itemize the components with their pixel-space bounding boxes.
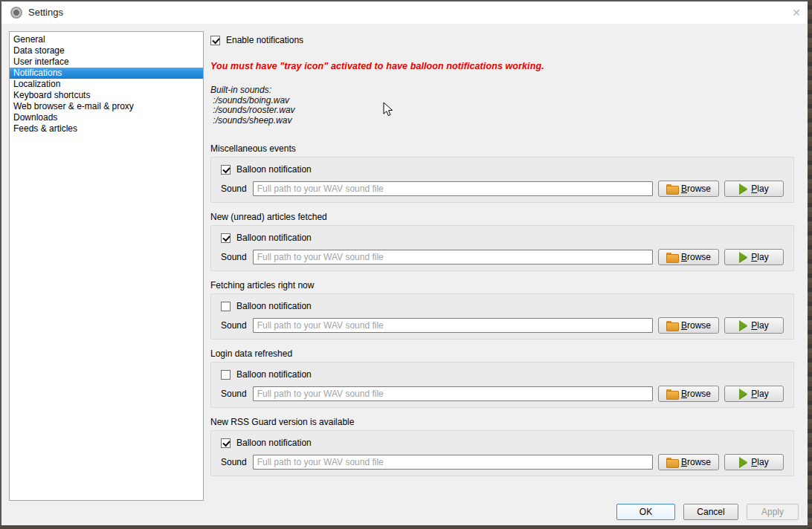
play-button-label: Play [751, 389, 768, 399]
section-miscellaneous-events: Miscellaneous events Balloon notificatio… [210, 143, 794, 203]
notifications-panel: Enable notifications You must have "tray… [210, 31, 794, 485]
browse-button-label: Browse [681, 184, 711, 194]
ok-button[interactable]: OK [616, 504, 675, 520]
play-button-label: Play [751, 457, 768, 467]
sidebar-item-web-browser[interactable]: Web browser & e-mail & proxy [10, 101, 203, 112]
sidebar-item-data-storage[interactable]: Data storage [10, 45, 203, 56]
sidebar-item-general[interactable]: General [10, 34, 203, 45]
play-button[interactable]: Play [724, 454, 784, 470]
folder-icon [666, 321, 677, 330]
folder-icon [666, 184, 677, 193]
window-title: Settings [28, 7, 63, 18]
section-title: New RSS Guard version is available [210, 417, 794, 427]
balloon-notification-label: Balloon notification [236, 164, 312, 175]
section-title: Login data refreshed [210, 348, 794, 359]
settings-gear-icon [10, 7, 22, 19]
sidebar-item-keyboard-shortcuts[interactable]: Keyboard shortcuts [10, 90, 203, 101]
balloon-notification-checkbox[interactable] [221, 370, 231, 380]
browse-button[interactable]: Browse [658, 181, 719, 197]
balloon-notification-label: Balloon notification [236, 369, 312, 380]
builtin-sounds-heading: Built-in sounds: [210, 85, 794, 96]
balloon-notification-checkbox[interactable] [221, 438, 231, 448]
folder-icon [666, 389, 677, 398]
sound-path-input[interactable] [253, 250, 653, 264]
mouse-cursor-icon [383, 102, 393, 117]
sidebar-item-localization[interactable]: Localization [10, 79, 203, 90]
settings-dialog: Settings ✕ General Data storage User int… [0, 0, 808, 525]
folder-icon [666, 253, 677, 262]
sidebar-item-downloads[interactable]: Downloads [10, 112, 203, 123]
browse-button[interactable]: Browse [658, 317, 719, 334]
sound-path-input[interactable] [253, 318, 653, 333]
browse-button-label: Browse [681, 252, 711, 262]
balloon-notification-checkbox[interactable] [221, 302, 231, 311]
browse-button[interactable]: Browse [658, 454, 719, 470]
play-button[interactable]: Play [724, 181, 784, 197]
cancel-button[interactable]: Cancel [683, 504, 738, 520]
builtin-sound-path: :/sounds/sheep.wav [210, 116, 794, 126]
browse-button[interactable]: Browse [658, 386, 719, 402]
builtin-sound-path: :/sounds/rooster.wav [210, 106, 794, 116]
play-icon [739, 252, 747, 262]
balloon-notification-checkbox[interactable] [221, 165, 231, 175]
close-icon[interactable]: ✕ [788, 4, 805, 21]
play-button-label: Play [751, 320, 768, 331]
play-icon [739, 457, 747, 467]
sidebar-item-notifications[interactable]: Notifications [10, 68, 203, 79]
browse-button-label: Browse [681, 389, 711, 399]
sound-label: Sound [221, 252, 247, 262]
section-login-data-refreshed: Login data refreshed Balloon notificatio… [210, 348, 794, 408]
apply-button[interactable]: Apply [747, 504, 799, 520]
balloon-notification-checkbox[interactable] [221, 233, 231, 243]
sidebar-item-user-interface[interactable]: User interface [10, 56, 203, 68]
titlebar: Settings ✕ [1, 1, 808, 24]
play-button-label: Play [751, 252, 768, 262]
play-button[interactable]: Play [724, 317, 784, 334]
enable-notifications-checkbox[interactable] [210, 36, 220, 45]
play-button[interactable]: Play [724, 386, 784, 402]
play-button[interactable]: Play [724, 249, 784, 265]
sound-label: Sound [221, 389, 247, 399]
notification-groupbox: Balloon notification Sound Browse Play [210, 293, 794, 340]
notification-groupbox: Balloon notification Sound Browse Play [210, 225, 794, 271]
builtin-sound-path: :/sounds/boing.wav [210, 96, 794, 106]
notification-groupbox: Balloon notification Sound Browse Play [210, 430, 794, 476]
section-new-version-available: New RSS Guard version is available Ballo… [210, 417, 794, 476]
sound-label: Sound [221, 184, 247, 194]
play-icon [739, 389, 747, 399]
browse-button-label: Browse [681, 320, 711, 331]
play-icon [739, 320, 747, 331]
builtin-sounds-block: Built-in sounds: :/sounds/boing.wav :/so… [210, 85, 794, 126]
dialog-footer: OK Cancel Apply [616, 504, 799, 520]
tray-icon-warning-text: You must have "tray icon" activated to h… [210, 61, 794, 71]
sidebar-item-feeds-articles[interactable]: Feeds & articles [10, 123, 203, 134]
enable-notifications-label: Enable notifications [226, 35, 303, 45]
section-fetching-articles: Fetching articles right now Balloon noti… [210, 280, 794, 340]
section-title: Fetching articles right now [210, 280, 794, 291]
sound-path-input[interactable] [253, 181, 653, 196]
settings-category-list: General Data storage User interface Noti… [9, 31, 204, 501]
play-button-label: Play [751, 184, 768, 194]
balloon-notification-label: Balloon notification [236, 233, 312, 243]
browse-button[interactable]: Browse [658, 249, 719, 265]
notification-groupbox: Balloon notification Sound Browse Play [210, 362, 794, 408]
section-new-articles-fetched: New (unread) articles fetched Balloon no… [210, 212, 794, 271]
folder-icon [666, 458, 677, 467]
balloon-notification-label: Balloon notification [236, 438, 312, 448]
sound-path-input[interactable] [253, 455, 653, 470]
section-title: Miscellaneous events [210, 143, 794, 154]
notification-groupbox: Balloon notification Sound Browse Play [210, 157, 794, 203]
play-icon [739, 184, 747, 194]
sound-label: Sound [221, 457, 247, 467]
sound-path-input[interactable] [253, 386, 653, 401]
section-title: New (unread) articles fetched [210, 212, 794, 222]
balloon-notification-label: Balloon notification [236, 301, 312, 311]
browse-button-label: Browse [681, 457, 711, 467]
sound-label: Sound [221, 320, 247, 331]
